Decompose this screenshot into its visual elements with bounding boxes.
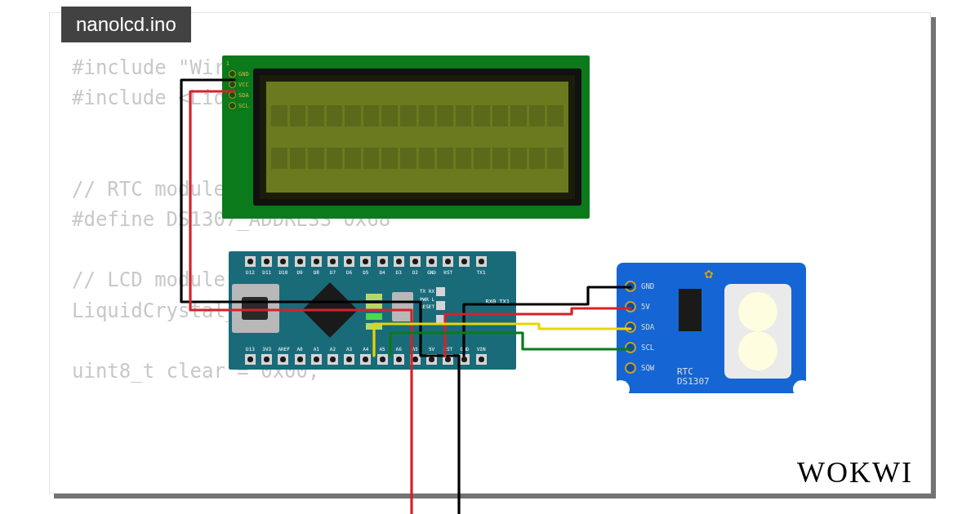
- rtc-pin-scl: SCL: [625, 342, 654, 353]
- rtc-pin-gnd: GND: [625, 281, 654, 292]
- lcd-pin-gnd: GND: [229, 70, 249, 78]
- nano-pin-tx1: [476, 256, 487, 267]
- nano-pin-rst: [443, 354, 453, 365]
- nano-pin-a2: [327, 354, 338, 365]
- nano-bottom-pin-row: [245, 354, 487, 365]
- nano-led-rx: [366, 304, 382, 310]
- lcd-pin-scl: SCL: [229, 102, 249, 109]
- nano-pin-3v3: [261, 354, 272, 365]
- nano-pin-a6: [394, 354, 404, 365]
- nano-pin-a5: [377, 354, 388, 365]
- nano-top-pin-row: [245, 256, 487, 267]
- nano-icsp-pins: [436, 287, 445, 324]
- nano-pin-5v: [426, 354, 437, 365]
- nano-pin-nc: [459, 256, 470, 267]
- nano-pin-a4: [360, 354, 371, 365]
- rtc-ds1307-module: ✿ GND5VSDASCLSQW RTCDS1307: [617, 263, 806, 393]
- lcd-pin-vcc: VCC: [229, 81, 249, 88]
- nano-mid-labels: TX RX PWR L RESET: [420, 287, 434, 311]
- nano-led-tx: [366, 294, 382, 300]
- nano-pin-a5: [410, 354, 421, 365]
- nano-pin-d8: [311, 256, 322, 267]
- lcd-pin1-marker: 1: [226, 60, 229, 66]
- nano-pin-rst: [443, 256, 453, 267]
- nano-rx-tx-label: RX0 TX1: [485, 299, 510, 305]
- lcd-bezel: [253, 69, 581, 206]
- nano-reset-button[interactable]: [392, 292, 413, 321]
- nano-usb-port: [232, 284, 279, 333]
- nano-led-l: [366, 323, 382, 330]
- rtc-mount-hole: [612, 380, 630, 398]
- nano-pin-a0: [295, 354, 305, 365]
- nano-pin-gnd: [426, 256, 437, 267]
- nano-pin-a1: [311, 354, 322, 365]
- nano-pin-d10: [278, 256, 288, 267]
- nano-pin-a3: [344, 354, 354, 365]
- rtc-pin-sqw: SQW: [625, 362, 654, 374]
- nano-pin-d13: [245, 354, 256, 365]
- nano-pin-d6: [344, 256, 354, 267]
- nano-bottom-labels: D133V3AREFA0A1A2A3A4A5A6A55VRSTGNDVIN: [245, 346, 487, 352]
- adafruit-flower-icon: ✿: [704, 268, 719, 282]
- lcd-i2c-pins: GNDVCCSDASCL: [229, 70, 249, 109]
- nano-pin-d9: [295, 256, 305, 267]
- filename-tab: nanolcd.ino: [61, 7, 191, 42]
- nano-pin-d11: [261, 256, 272, 267]
- rtc-mount-hole: [793, 380, 811, 398]
- lcd-1602-module: 1 GNDVCCSDASCL: [222, 55, 590, 219]
- rtc-pin-sda: SDA: [625, 321, 654, 333]
- nano-pin-d12: [245, 256, 256, 267]
- rtc-silkscreen-label: RTCDS1307: [677, 367, 710, 387]
- nano-status-leds: [366, 294, 382, 330]
- nano-pin-d5: [360, 256, 371, 267]
- nano-pin-vin: [476, 354, 487, 365]
- lcd-pin-sda: SDA: [229, 91, 249, 99]
- wokwi-watermark: WOKWI: [797, 455, 913, 490]
- nano-pin-d2: [410, 256, 421, 267]
- nano-pin-aref: [278, 354, 288, 365]
- nano-pin-d7: [327, 256, 338, 267]
- rtc-pin-header: GND5VSDASCLSQW: [625, 281, 654, 374]
- arduino-nano: D12D11D10D9D8D7D6D5D4D3D2GNDRSTTX1 D133V…: [229, 251, 516, 370]
- lcd-screen: [266, 82, 568, 193]
- rtc-ic-chip: [679, 289, 702, 331]
- nano-led-pwr: [366, 313, 382, 320]
- rtc-battery-holder: [724, 284, 791, 379]
- nano-top-labels: D12D11D10D9D8D7D6D5D4D3D2GNDRSTTX1: [245, 269, 487, 275]
- nano-pin-gnd: [459, 354, 470, 365]
- nano-pin-d3: [394, 256, 404, 267]
- nano-mcu-chip: [302, 282, 358, 338]
- nano-pin-d4: [377, 256, 388, 267]
- rtc-pin-5v: 5V: [625, 301, 654, 312]
